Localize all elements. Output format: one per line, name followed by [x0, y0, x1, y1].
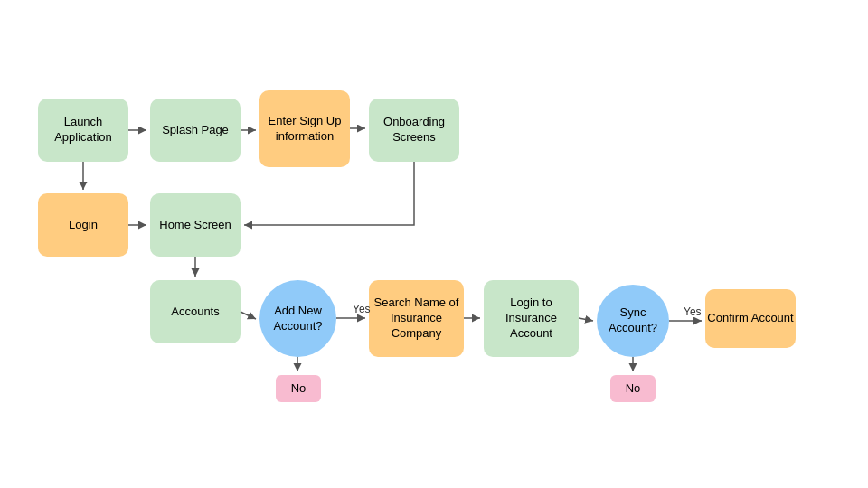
launch-node: Launch Application	[38, 99, 128, 162]
svg-line-11	[579, 318, 593, 321]
flowchart-diagram: Launch Application Splash Page Enter Sig…	[0, 0, 868, 488]
signup-node: Enter Sign Up information	[259, 90, 350, 167]
sync-node: Sync Account?	[597, 285, 669, 357]
home-node: Home Screen	[150, 193, 241, 257]
confirm-node: Confirm Account	[705, 289, 796, 348]
loginins-node: Login to Insurance Account	[484, 280, 579, 357]
yes1-label: Yes	[353, 303, 371, 315]
login-node: Login	[38, 193, 128, 257]
onboarding-node: Onboarding Screens	[369, 99, 459, 162]
svg-line-7	[241, 312, 256, 319]
addnew-node: Add New Account?	[259, 280, 336, 357]
splash-node: Splash Page	[150, 99, 241, 162]
accounts-node: Accounts	[150, 280, 241, 343]
no1-node: No	[276, 375, 321, 402]
yes2-label: Yes	[684, 305, 702, 318]
search-node: Search Name of Insurance Company	[369, 280, 464, 357]
no2-node: No	[610, 375, 656, 402]
arrows-svg	[0, 0, 868, 488]
